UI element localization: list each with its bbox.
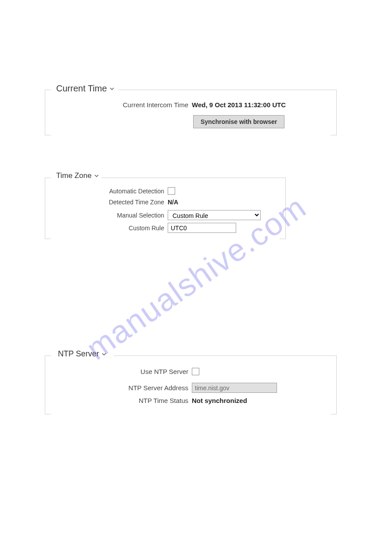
label-current-intercom-time: Current Intercom Time <box>45 101 192 109</box>
checkbox-automatic-detection[interactable] <box>168 187 175 195</box>
label-custom-rule: Custom Rule <box>45 225 168 232</box>
select-manual-selection[interactable]: Custom Rule <box>168 210 261 220</box>
section-ntp-server: NTP Server Use NTP Server NTP Server Add… <box>45 349 337 414</box>
value-current-intercom-time: Wed, 9 Oct 2013 11:32:00 UTC <box>192 101 286 109</box>
label-manual-selection: Manual Selection <box>45 212 168 219</box>
section-header-ntp-server[interactable]: NTP Server <box>56 349 108 359</box>
input-custom-rule[interactable] <box>168 223 236 233</box>
section-title: NTP Server <box>58 349 99 359</box>
input-ntp-server-address[interactable] <box>192 383 277 393</box>
section-title: Time Zone <box>56 171 92 180</box>
chevron-down-icon <box>110 87 114 91</box>
label-ntp-server-address: NTP Server Address <box>45 384 192 392</box>
section-time-zone: Time Zone Automatic Detection Detected T… <box>45 171 286 239</box>
section-current-time: Current Time Current Intercom Time Wed, … <box>45 83 337 135</box>
synchronise-button[interactable]: Synchronise with browser <box>193 115 284 128</box>
label-detected-time-zone: Detected Time Zone <box>45 199 168 206</box>
label-use-ntp-server: Use NTP Server <box>45 368 192 375</box>
chevron-down-icon <box>102 352 106 356</box>
chevron-down-icon <box>94 174 99 178</box>
section-header-time-zone[interactable]: Time Zone <box>54 171 101 180</box>
value-detected-time-zone: N/A <box>168 199 178 206</box>
value-ntp-time-status: Not synchronized <box>192 397 247 404</box>
label-automatic-detection: Automatic Detection <box>45 188 168 195</box>
section-title: Current Time <box>56 83 107 94</box>
checkbox-use-ntp-server[interactable] <box>192 368 199 375</box>
label-ntp-time-status: NTP Time Status <box>45 397 192 404</box>
section-header-current-time[interactable]: Current Time <box>54 83 116 94</box>
